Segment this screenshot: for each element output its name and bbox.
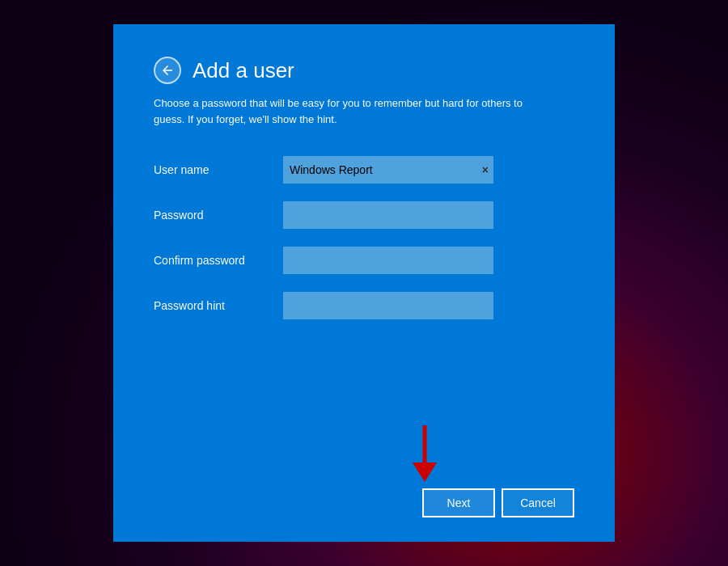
confirm-password-input[interactable] <box>283 247 493 274</box>
password-input[interactable] <box>283 201 493 229</box>
dialog-title: Add a user <box>193 58 294 83</box>
username-input[interactable] <box>283 156 493 184</box>
password-input-wrapper <box>283 201 493 229</box>
username-input-wrapper: × <box>283 156 493 184</box>
confirm-password-row: Confirm password <box>154 247 574 274</box>
password-hint-input-wrapper <box>283 292 493 319</box>
svg-marker-1 <box>413 463 437 482</box>
dialog-subtitle: Choose a password that will be easy for … <box>154 95 542 127</box>
button-row: Next Cancel <box>154 488 574 517</box>
confirm-password-label: Confirm password <box>154 254 283 267</box>
confirm-password-input-wrapper <box>283 247 493 274</box>
password-hint-label: Password hint <box>154 299 283 312</box>
username-label: User name <box>154 163 283 176</box>
add-user-dialog: Add a user Choose a password that will b… <box>113 24 615 542</box>
cancel-button[interactable]: Cancel <box>502 488 574 517</box>
form-section: User name × Password Confirm password Pa… <box>154 156 574 401</box>
back-button[interactable] <box>154 57 181 84</box>
arrow-indicator <box>154 425 574 482</box>
password-hint-row: Password hint <box>154 292 574 319</box>
next-button[interactable]: Next <box>422 488 495 517</box>
back-icon <box>160 63 175 78</box>
password-row: Password <box>154 201 574 229</box>
down-arrow-icon <box>413 425 437 482</box>
password-hint-input[interactable] <box>283 292 493 319</box>
password-label: Password <box>154 209 283 222</box>
clear-username-button[interactable]: × <box>482 164 489 175</box>
username-row: User name × <box>154 156 574 184</box>
